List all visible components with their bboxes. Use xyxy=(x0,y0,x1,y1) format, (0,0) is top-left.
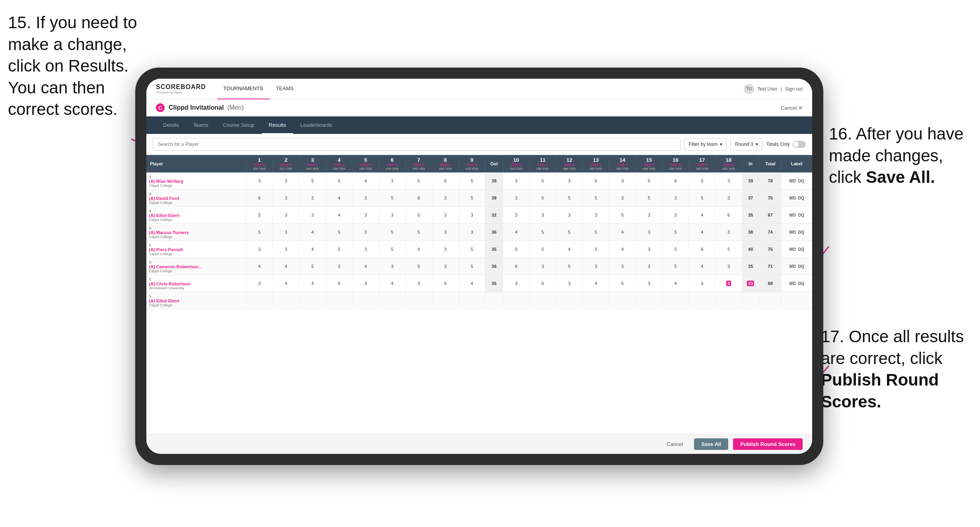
col-13: 13PAR 4385 YDS xyxy=(583,155,609,172)
col-5: 5PAR 5536 YDS xyxy=(352,155,379,172)
player-cell: S (A) David Ford Clippd College xyxy=(147,190,246,207)
instruction-left: 15. If you need to make a change, click … xyxy=(8,12,143,120)
logo-text: SCOREBOARD xyxy=(156,83,206,91)
col-11: 11PAR 3180 YDS xyxy=(529,155,556,172)
sub-nav: Details Teams Course Setup Results Leade… xyxy=(146,116,812,134)
player-cell: S (A) Chris Robertson Scoreboard Univers… xyxy=(147,275,246,292)
table-row: S (A) Elliot Ebert Clippd College xyxy=(147,292,812,309)
player-cell: S (A) Cameron Robertson... Clippd Colleg… xyxy=(147,258,246,275)
toolbar: Filter by team ▾ Round 3 ▾ Totals Only xyxy=(146,134,812,155)
player-cell: S (A) Elliot Ebert Clippd College xyxy=(147,207,246,224)
col-label: Label xyxy=(782,155,812,172)
col-9: 9PAR 4422 YDS xyxy=(459,155,485,172)
nav-link-tournaments[interactable]: TOURNAMENTS xyxy=(217,79,270,99)
col-out: Out xyxy=(485,155,503,172)
user-avatar: TU xyxy=(744,84,754,94)
player-cell: S (A) Elliot Ebert Clippd College xyxy=(147,292,246,309)
save-all-button[interactable]: Save All xyxy=(694,438,728,450)
publish-round-scores-button[interactable]: Publish Round Scores xyxy=(733,438,803,450)
tab-results[interactable]: Results xyxy=(262,116,293,134)
tablet-frame: SCOREBOARD Powered by clippd TOURNAMENTS… xyxy=(135,68,823,465)
col-6: 6PAR 3194 YDS xyxy=(379,155,406,172)
player-cell: S (A) Marcus Turners Clippd College xyxy=(147,224,246,241)
tournament-title: C Clippd Invitational (Men) xyxy=(156,103,244,112)
table-row: S (A) Marcus Turners Clippd College 5345… xyxy=(147,224,812,241)
tablet-screen: SCOREBOARD Powered by clippd TOURNAMENTS… xyxy=(146,79,812,454)
col-in: In xyxy=(742,155,759,172)
table-row: S (A) Piers Parnell Clippd College 33453… xyxy=(147,241,812,258)
col-player: Player xyxy=(147,155,246,172)
tab-leaderboards[interactable]: Leaderboards xyxy=(293,116,339,134)
instruction-right-top: 16. After you have made changes, click S… xyxy=(829,123,972,188)
col-16: 16PAR 5510 YDS xyxy=(662,155,689,172)
col-17: 17PAR 4183 YDS xyxy=(689,155,716,172)
scores-container: Player 1PAR 4370 YDS 2PAR 5511 YDS 3PAR … xyxy=(146,155,812,434)
nav-user: TU Test User | Sign out xyxy=(744,84,803,94)
col-1: 1PAR 4370 YDS xyxy=(246,155,273,172)
col-2: 2PAR 5511 YDS xyxy=(273,155,299,172)
user-name: Test User xyxy=(757,86,778,92)
chevron-down-icon: ▾ xyxy=(720,141,722,147)
tournament-name: Clippd Invitational (Men) xyxy=(169,104,244,111)
nav-links: TOURNAMENTS TEAMS xyxy=(217,79,744,99)
table-row: S (A) Chris Robertson Scoreboard Univers… xyxy=(147,275,812,292)
sign-out-link[interactable]: Sign out xyxy=(785,86,803,92)
col-14: 14PAR 3183 YDS xyxy=(609,155,636,172)
cancel-tournament-button[interactable]: Cancel ✕ xyxy=(781,105,803,111)
totals-only-toggle[interactable]: Totals Only xyxy=(766,141,806,148)
table-header-row: Player 1PAR 4370 YDS 2PAR 5511 YDS 3PAR … xyxy=(147,155,812,172)
cancel-button[interactable]: Cancel xyxy=(661,438,689,450)
tab-teams[interactable]: Teams xyxy=(186,116,216,134)
player-cell: S (A) Piers Parnell Clippd College xyxy=(147,241,246,258)
tab-course-setup[interactable]: Course Setup xyxy=(216,116,262,134)
nav-divider: | xyxy=(781,86,782,92)
col-total: Total xyxy=(759,155,782,172)
tournament-badge: C xyxy=(156,103,165,112)
col-15: 15PAR 4448 YDS xyxy=(636,155,662,172)
logo-sub: Powered by clippd xyxy=(156,91,206,94)
tournament-header: C Clippd Invitational (Men) Cancel ✕ xyxy=(146,99,812,116)
nav-link-teams[interactable]: TEAMS xyxy=(270,79,300,99)
toggle-switch[interactable] xyxy=(792,141,806,148)
instruction-right-bottom: 17. Once all results are correct, click … xyxy=(821,326,972,413)
filter-team-dropdown[interactable]: Filter by team ▾ xyxy=(684,138,727,151)
table-row: S (A) Cameron Robertson... Clippd Colleg… xyxy=(147,258,812,275)
tab-details[interactable]: Details xyxy=(156,116,186,134)
logo-area: SCOREBOARD Powered by clippd xyxy=(156,83,206,94)
round-dropdown[interactable]: Round 3 ▾ xyxy=(731,138,762,151)
player-cell: S (A) Blair McHarg Clippd College xyxy=(147,172,246,190)
col-7: 7PAR 4445 YDS xyxy=(406,155,432,172)
table-row: S (A) Blair McHarg Clippd College 335543… xyxy=(147,172,812,190)
chevron-down-icon-2: ▾ xyxy=(756,141,758,147)
footer-bar: Cancel Save All Publish Round Scores xyxy=(146,434,812,454)
col-3: 3PAR 4433 YDS xyxy=(299,155,326,172)
search-input[interactable] xyxy=(153,138,681,151)
col-4: 4PAR 3166 YDS xyxy=(326,155,352,172)
toggle-knob xyxy=(793,141,799,147)
table-row: S (A) David Ford Clippd College 63343563… xyxy=(147,190,812,207)
top-nav: SCOREBOARD Powered by clippd TOURNAMENTS… xyxy=(146,79,812,99)
scores-table: Player 1PAR 4370 YDS 2PAR 5511 YDS 3PAR … xyxy=(146,155,812,309)
col-18: 18PAR 4422 YDS xyxy=(716,155,742,172)
col-10: 10PAR 5519 YDS xyxy=(503,155,529,172)
table-row: S (A) Elliot Ebert Clippd College 533433… xyxy=(147,207,812,224)
col-8: 8PAR 4391 YDS xyxy=(432,155,459,172)
col-12: 12PAR 4486 YDS xyxy=(556,155,583,172)
